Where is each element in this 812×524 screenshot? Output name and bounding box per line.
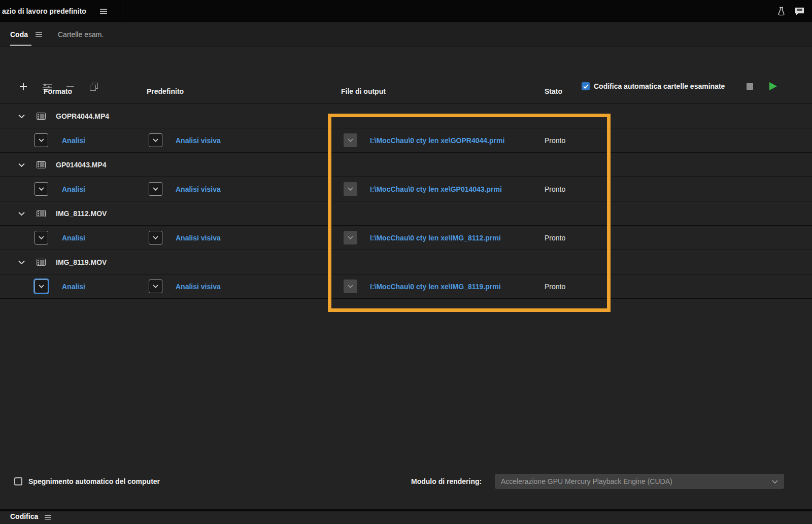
duplicate-button[interactable] (90, 83, 98, 91)
output-dropdown[interactable] (344, 133, 357, 147)
chevron-down-icon (153, 285, 158, 288)
encoding-panel-strip: Codifica (0, 511, 812, 524)
app-window: azio di lavoro predefinito Coda Cartelle… (0, 0, 812, 524)
preset-link[interactable]: Analisi visiva (176, 177, 221, 201)
format-link[interactable]: Analisi (62, 226, 85, 250)
output-path-link[interactable]: I:\MocChau\0 cty len xe\IMG_8119.prmi (370, 274, 501, 299)
output-dropdown[interactable] (344, 182, 357, 196)
beta-beaker-icon[interactable] (776, 6, 786, 16)
renderer-label: Modulo di rendering: (411, 474, 482, 489)
status-text: Pronto (545, 274, 565, 299)
output-row[interactable]: Analisi Analisi visiva I:\MocChau\0 cty … (0, 274, 812, 299)
clip-icon (37, 113, 46, 120)
chevron-down-icon (39, 285, 44, 288)
preset-dropdown[interactable] (149, 280, 162, 293)
chevron-down-icon (39, 138, 44, 142)
clip-icon (37, 210, 46, 217)
column-header-status: Stato (545, 87, 562, 95)
output-path-link[interactable]: I:\MocChau\0 cty len xe\GOPR4044.prmi (370, 128, 504, 153)
workspace-menu-icon[interactable] (100, 9, 107, 14)
format-dropdown[interactable] (35, 182, 48, 196)
output-row[interactable]: Analisi Analisi visiva I:\MocChau\0 cty … (0, 128, 812, 153)
preset-dropdown[interactable] (149, 133, 162, 147)
chevron-down-icon (772, 480, 778, 484)
source-filename[interactable]: GP014043.MP4 (56, 153, 107, 177)
output-dropdown[interactable] (344, 231, 357, 244)
chevron-down-icon (348, 187, 353, 191)
panel-menu-icon[interactable] (36, 32, 42, 37)
format-link[interactable]: Analisi (62, 274, 85, 299)
chevron-down-icon (348, 138, 353, 142)
panel-menu-icon[interactable] (45, 515, 51, 520)
source-filename[interactable]: IMG_8119.MOV (56, 250, 107, 274)
chevron-down-icon (348, 285, 353, 288)
preset-link[interactable]: Analisi visiva (176, 274, 221, 299)
auto-encode-checkbox[interactable] (582, 82, 590, 90)
chevron-down-icon (348, 236, 353, 239)
chevron-down-icon (153, 187, 158, 191)
add-source-button[interactable] (19, 83, 27, 91)
clip-icon (37, 161, 46, 168)
chevron-down-icon (153, 236, 158, 239)
chevron-down-icon (39, 187, 44, 191)
output-dropdown[interactable] (344, 280, 357, 293)
source-filename[interactable]: GOPR4044.MP4 (56, 104, 109, 128)
column-header-output: File di output (341, 87, 386, 95)
feedback-bubble-icon[interactable] (794, 7, 805, 16)
format-dropdown-focused[interactable] (35, 280, 48, 293)
renderer-select[interactable]: Accelerazione GPU Mercury Playback Engin… (495, 474, 784, 489)
check-icon (583, 84, 589, 89)
status-text: Pronto (545, 128, 565, 153)
tab-queue[interactable]: Coda (10, 22, 28, 47)
active-tab-underline (10, 45, 31, 46)
output-row[interactable]: Analisi Analisi visiva I:\MocChau\0 cty … (0, 226, 812, 250)
preset-dropdown[interactable] (149, 182, 162, 196)
chevron-down-icon (39, 236, 44, 239)
workspace-title[interactable]: azio di lavoro predefinito (2, 0, 86, 22)
expand-chevron-icon[interactable] (18, 260, 25, 264)
status-text: Pronto (545, 226, 565, 250)
expand-chevron-icon[interactable] (18, 212, 25, 216)
topbar-divider (122, 0, 122, 22)
preset-dropdown[interactable] (149, 231, 162, 244)
renderer-selected-value: Accelerazione GPU Mercury Playback Engin… (501, 477, 672, 485)
source-row[interactable]: GP014043.MP4 (0, 153, 812, 177)
chevron-down-icon (153, 138, 158, 142)
format-dropdown[interactable] (35, 231, 48, 244)
panel-tab-bar: Coda Cartelle esam. (0, 22, 812, 47)
source-filename[interactable]: IMG_8112.MOV (56, 201, 107, 226)
start-queue-button[interactable] (769, 82, 777, 90)
output-path-link[interactable]: I:\MocChau\0 cty len xe\GP014043.prmi (370, 177, 502, 201)
column-header-format: Formato (44, 87, 72, 95)
queue-rows: GOPR4044.MP4 Analisi Analisi visiva I:\M… (0, 103, 812, 299)
auto-shutdown-checkbox[interactable] (14, 477, 22, 485)
queue-panel: Coda Cartelle esam. (0, 22, 812, 509)
status-text: Pronto (545, 177, 565, 201)
format-link[interactable]: Analisi (62, 177, 85, 201)
output-row[interactable]: Analisi Analisi visiva I:\MocChau\0 cty … (0, 177, 812, 201)
source-row[interactable]: IMG_8119.MOV (0, 250, 812, 274)
top-bar: azio di lavoro predefinito (0, 0, 812, 22)
expand-chevron-icon[interactable] (18, 163, 25, 167)
source-row[interactable]: IMG_8112.MOV (0, 201, 812, 226)
column-header-preset: Predefinito (147, 87, 184, 95)
expand-chevron-icon[interactable] (18, 114, 25, 118)
preset-link[interactable]: Analisi visiva (176, 226, 221, 250)
format-dropdown[interactable] (35, 133, 48, 147)
auto-shutdown-label: Spegnimento automatico del computer (28, 474, 160, 489)
preset-link[interactable]: Analisi visiva (176, 128, 221, 153)
auto-encode-label: Codifica automatica cartelle esaminate (594, 79, 725, 94)
stop-queue-button[interactable] (747, 83, 753, 90)
output-path-link[interactable]: I:\MocChau\0 cty len xe\IMG_8112.prmi (370, 226, 501, 250)
clip-icon (37, 259, 46, 266)
format-link[interactable]: Analisi (62, 128, 85, 153)
source-row[interactable]: GOPR4044.MP4 (0, 104, 812, 128)
tab-watch-folders[interactable]: Cartelle esam. (58, 22, 104, 47)
encoding-panel-title[interactable]: Codifica (10, 512, 38, 520)
